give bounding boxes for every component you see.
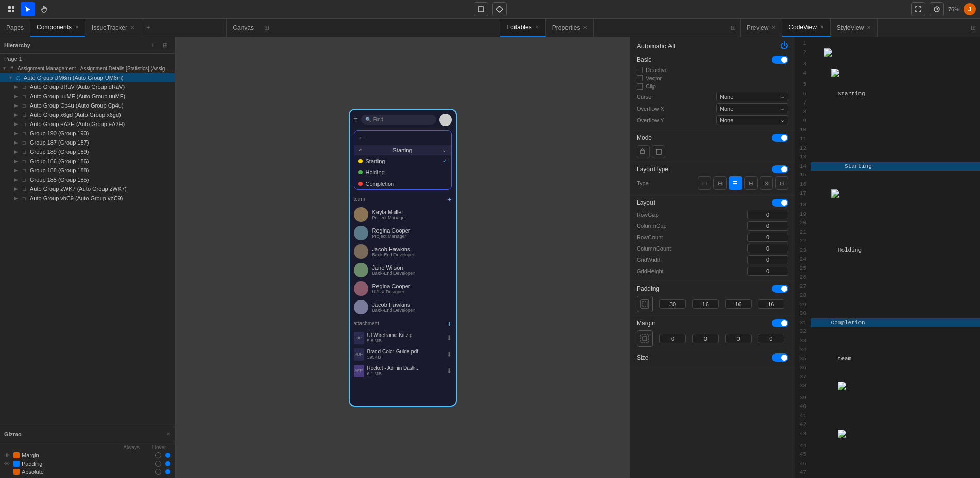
hierarchy-item[interactable]: ▶ □ Auto Group dRaV (Auto Group dRaV) (0, 82, 175, 92)
hierarchy-item[interactable]: ▶ □ Auto Group zWK7 (Auto Group zWK7) (0, 184, 175, 193)
margin-top-input[interactable] (659, 334, 686, 343)
gridwidth-input[interactable] (747, 255, 788, 264)
rowgap-input[interactable] (747, 210, 788, 219)
tab-components-close[interactable]: ✕ (75, 24, 79, 30)
mode-clip-icon[interactable] (637, 145, 650, 158)
padding-left-input[interactable] (758, 299, 784, 309)
pointer-tool[interactable] (21, 2, 35, 16)
hierarchy-item[interactable]: ▶ □ Group 185 (Group 185) (0, 175, 175, 184)
power-icon[interactable]: ⏻ (780, 41, 788, 50)
hierarchy-item[interactable]: ▼ ⬡ Auto Group UM6m (Auto Group UM6m) (0, 73, 175, 82)
tab-pages[interactable]: Pages (0, 19, 30, 37)
mode-toggle[interactable] (772, 134, 788, 142)
rowcount-input[interactable] (747, 233, 788, 242)
component-icon[interactable] (492, 2, 507, 16)
layout-table-icon[interactable]: ⊠ (760, 176, 773, 190)
layout-toggle[interactable] (772, 199, 788, 207)
columngap-input[interactable] (747, 221, 788, 231)
padding-toggle[interactable] (772, 285, 788, 293)
eye-icon[interactable]: 👁 (4, 452, 11, 458)
download-icon[interactable]: ⬇ (446, 367, 452, 375)
gridheight-input[interactable] (747, 267, 788, 276)
dropdown-option-holding[interactable]: Holding (354, 167, 451, 178)
hierarchy-item[interactable]: ▶ □ Auto Group vbC9 (Auto Group vbC9) (0, 193, 175, 203)
cursor-select[interactable]: None ⌄ (716, 92, 788, 101)
hierarchy-item[interactable]: ▶ □ Group 188 (Group 188) (0, 166, 175, 175)
layout-grid-icon[interactable]: ⊟ (744, 176, 758, 190)
tab-codeview-close[interactable]: ✕ (820, 24, 824, 30)
mode-box-icon[interactable] (652, 145, 665, 158)
download-icon[interactable]: ⬇ (446, 351, 452, 358)
hierarchy-item[interactable]: ▶ □ Auto Group x6gd (Auto Group x6gd) (0, 110, 175, 119)
phone-search-input[interactable]: 🔍 Find (361, 115, 436, 125)
padding-top-input[interactable] (659, 299, 686, 309)
tab-components[interactable]: Components ✕ (30, 19, 85, 37)
absolute-hover-dot[interactable] (165, 469, 170, 474)
download-icon[interactable]: ⬇ (446, 334, 452, 342)
layout-columns-icon[interactable]: ⊞ (713, 176, 727, 190)
user-avatar[interactable]: J (964, 3, 976, 15)
hierarchy-item[interactable]: ▶ □ Group 186 (Group 186) (0, 156, 175, 166)
help-icon[interactable] (930, 2, 944, 16)
pages-tool[interactable] (4, 2, 19, 16)
margin-hover-dot[interactable] (165, 453, 170, 458)
dropdown-option-completion[interactable]: Completion (354, 178, 451, 189)
overflow-y-select[interactable]: None ⌄ (716, 115, 788, 125)
tab-styleview-close[interactable]: ✕ (867, 25, 871, 30)
basic-toggle[interactable] (772, 56, 788, 64)
padding-right-input[interactable] (692, 299, 719, 309)
code-area[interactable]: 1 2 3 4 5 6 Starting7 8 9 10 11 12 13 14… (795, 37, 980, 478)
hierarchy-grid-btn[interactable]: ⊞ (160, 40, 170, 50)
fullscreen-icon[interactable] (911, 2, 925, 16)
hierarchy-scroll[interactable]: Page 1 ▼ # Assignment Management - Assig… (0, 54, 175, 427)
tab-editables-close[interactable]: ✕ (535, 24, 539, 30)
deactive-checkbox[interactable] (637, 67, 643, 73)
hierarchy-item[interactable]: ▶ □ Auto Group Cp4u (Auto Group Cp4u) (0, 101, 175, 110)
clip-checkbox[interactable] (637, 83, 643, 90)
hierarchy-item[interactable]: ▼ # Assignment Management - Assignment D… (0, 64, 175, 73)
back-arrow-icon[interactable]: ← (354, 131, 451, 145)
layout-list-icon[interactable]: ☰ (729, 176, 742, 190)
padding-bottom-input[interactable] (725, 299, 752, 309)
tab-properties[interactable]: Properties ✕ (546, 19, 594, 37)
margin-right-input[interactable] (692, 334, 719, 343)
canvas-panel-icon[interactable]: ⊞ (260, 19, 273, 37)
gizmo-close-btn[interactable]: ✕ (166, 431, 170, 437)
hierarchy-item[interactable]: ▶ □ Group 189 (Group 189) (0, 147, 175, 156)
tab-preview-close[interactable]: ✕ (771, 25, 776, 30)
phone-user-avatar[interactable] (439, 114, 452, 126)
tab-editables[interactable]: Editables ✕ (500, 19, 545, 37)
add-team-btn[interactable]: + (447, 195, 451, 203)
overflow-x-select[interactable]: None ⌄ (716, 103, 788, 113)
tab-issuetracker-close[interactable]: ✕ (130, 25, 134, 30)
frame-icon[interactable] (474, 2, 488, 16)
size-toggle[interactable] (772, 353, 788, 362)
vector-checkbox[interactable] (637, 75, 643, 81)
tab-styleview[interactable]: StyleView ✕ (831, 19, 878, 37)
padding-hover-dot[interactable] (165, 461, 170, 466)
layout-single-icon[interactable]: □ (698, 176, 711, 190)
layouttype-toggle[interactable] (772, 165, 788, 173)
add-attachment-btn[interactable]: + (447, 320, 451, 328)
hierarchy-item[interactable]: ▶ □ Auto Group uuMF (Auto Group uuMF) (0, 92, 175, 101)
dropdown-selected[interactable]: ✓ Starting ⌄ (354, 145, 451, 155)
dropdown-option-starting[interactable]: Starting ✓ (354, 155, 451, 167)
columncount-input[interactable] (747, 244, 788, 253)
padding-always-radio[interactable] (155, 461, 161, 467)
tab-issuetracker[interactable]: IssueTracker ✕ (85, 19, 141, 37)
margin-left-input[interactable] (758, 334, 784, 343)
layout-copy-icon[interactable]: ⊡ (775, 176, 788, 190)
margin-bottom-input[interactable] (725, 334, 752, 343)
hand-tool[interactable] (37, 2, 51, 16)
eye-icon[interactable]: 👁 (4, 461, 11, 467)
tab-codeview[interactable]: CodeView ✕ (782, 19, 830, 37)
hamburger-icon[interactable]: ≡ (354, 116, 358, 124)
margin-toggle[interactable] (772, 319, 788, 327)
absolute-always-radio[interactable] (155, 469, 161, 475)
hierarchy-item[interactable]: ▶ □ Group 190 (Group 190) (0, 129, 175, 138)
hierarchy-item[interactable]: ▶ □ Group 187 (Group 187) (0, 138, 175, 147)
tab-add-left[interactable]: + (141, 19, 156, 37)
tab-properties-close[interactable]: ✕ (583, 25, 587, 30)
tab-preview[interactable]: Preview ✕ (741, 19, 783, 37)
right-panel-icon[interactable]: ⊞ (727, 19, 740, 37)
